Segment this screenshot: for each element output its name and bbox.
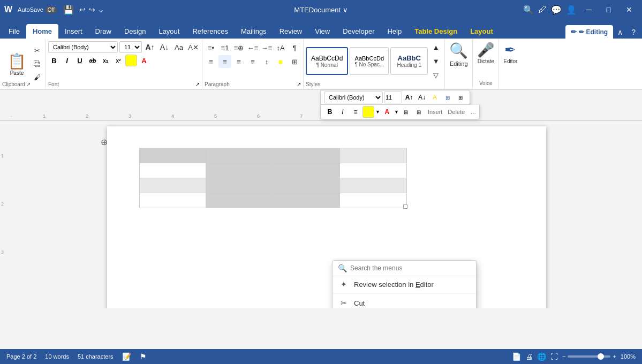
font-shrink-button[interactable]: A↓: [158, 41, 171, 54]
table-cell[interactable]: [273, 178, 340, 193]
mt-hl-dropdown[interactable]: ▼: [375, 109, 380, 115]
mt-table-grid-btn[interactable]: ⊞: [413, 106, 425, 118]
table-cell[interactable]: [273, 148, 340, 163]
zoom-track[interactable]: [568, 355, 610, 358]
font-size-dropdown[interactable]: 11: [119, 41, 142, 53]
mt-table-opts-btn[interactable]: ⊞: [455, 92, 466, 103]
autosave-state[interactable]: Off: [46, 6, 57, 13]
mt-more-options[interactable]: …: [470, 109, 476, 115]
comments-icon[interactable]: 💬: [551, 5, 562, 15]
font-grow-button[interactable]: A↑: [143, 41, 156, 54]
close-button[interactable]: ✕: [621, 3, 638, 16]
ctx-review-editor[interactable]: ✦ Review selection in Editor: [333, 276, 476, 292]
format-painter-button[interactable]: 🖌: [31, 71, 43, 84]
search-title-icon[interactable]: 🔍: [523, 5, 534, 15]
sort-button[interactable]: ↕A: [274, 41, 287, 54]
ctx-cut[interactable]: ✂ Cut: [333, 295, 476, 308]
table-cell[interactable]: [273, 163, 340, 178]
zoom-thumb[interactable]: [598, 353, 604, 360]
mt-indent-btn[interactable]: ⊞: [400, 106, 412, 118]
zoom-minus[interactable]: −: [562, 353, 565, 360]
table-cell[interactable]: [206, 148, 273, 163]
styles-more-button[interactable]: ▽: [429, 69, 442, 81]
table-cell[interactable]: [339, 178, 406, 193]
font-color-button[interactable]: A: [138, 55, 150, 66]
cut-button[interactable]: ✂: [31, 44, 43, 57]
mt-italic-btn[interactable]: I: [337, 106, 349, 118]
highlight-button[interactable]: A: [125, 55, 137, 66]
redo-icon[interactable]: ↪: [89, 5, 95, 14]
font-expand-icon[interactable]: ↗: [195, 81, 200, 87]
tab-table-design[interactable]: Table Design: [408, 24, 464, 39]
context-menu-search-input[interactable]: [350, 264, 471, 272]
mt-font-size[interactable]: [384, 92, 402, 103]
table-resize-handle[interactable]: [403, 204, 407, 209]
shading-button[interactable]: ■: [274, 55, 287, 68]
ribbon-display-icon[interactable]: 🖊: [538, 5, 547, 14]
mt-color2-btn[interactable]: A: [381, 106, 393, 118]
tab-references[interactable]: References: [186, 24, 234, 39]
align-center-button[interactable]: ≡: [218, 55, 231, 68]
tab-review[interactable]: Review: [273, 24, 309, 39]
customize-icon[interactable]: ⌵: [99, 5, 103, 14]
mt-font-family[interactable]: Calibri (Body): [324, 92, 383, 103]
copy-button[interactable]: ⿻: [31, 58, 43, 71]
show-marks-button[interactable]: ¶: [288, 41, 301, 54]
table-cell[interactable]: [206, 178, 273, 193]
mt-highlight-btn[interactable]: A: [429, 92, 441, 103]
tab-design[interactable]: Design: [118, 24, 152, 39]
table-cell[interactable]: [206, 163, 273, 178]
share-icon[interactable]: 👤: [566, 5, 577, 15]
table-cell[interactable]: [339, 163, 406, 178]
document-table[interactable]: [139, 148, 407, 208]
mt-insert-label[interactable]: Insert: [428, 109, 443, 115]
change-case-button[interactable]: Aa: [172, 41, 185, 54]
table-move-handle[interactable]: ⊕: [101, 137, 108, 147]
align-right-button[interactable]: ≡: [232, 55, 245, 68]
mt-color-dropdown[interactable]: ▼: [394, 109, 399, 115]
font-family-dropdown[interactable]: Calibri (Body): [48, 41, 118, 53]
increase-indent-button[interactable]: →≡: [260, 41, 273, 54]
minimize-button[interactable]: ─: [581, 3, 597, 16]
focus-icon[interactable]: ⛶: [550, 352, 558, 361]
italic-button[interactable]: I: [61, 55, 73, 66]
table-cell[interactable]: [339, 148, 406, 163]
tab-developer[interactable]: Developer: [336, 24, 381, 39]
zoom-percent[interactable]: 100%: [621, 353, 636, 360]
table-cell[interactable]: [139, 148, 206, 163]
styles-down-button[interactable]: ▼: [429, 55, 442, 67]
style-no-space[interactable]: AaBbCcDd ¶ No Spac...: [350, 47, 389, 75]
view-web-icon[interactable]: 🌐: [537, 352, 546, 361]
strikethrough-button[interactable]: ab: [87, 55, 99, 66]
underline-button[interactable]: U: [74, 55, 86, 66]
tab-help[interactable]: Help: [381, 24, 408, 39]
superscript-button[interactable]: x²: [112, 55, 124, 66]
table-cell[interactable]: [339, 193, 406, 208]
table-cell[interactable]: [139, 178, 206, 193]
justify-button[interactable]: ≡: [246, 55, 259, 68]
mt-shrink-btn[interactable]: A↓: [416, 92, 428, 103]
view-read-icon[interactable]: 📄: [512, 352, 521, 361]
editing-section[interactable]: 🔍 Editing: [445, 40, 473, 88]
mt-highlight2-btn[interactable]: A: [362, 106, 374, 118]
mt-color-btn[interactable]: ⊞: [442, 92, 454, 103]
tab-home[interactable]: Home: [26, 24, 58, 39]
line-spacing-button[interactable]: ↕: [260, 55, 273, 68]
ribbon-collapse-btn[interactable]: ∧: [613, 26, 627, 39]
zoom-plus[interactable]: +: [613, 353, 616, 360]
editing-badge[interactable]: ✏ ✏ Editing: [565, 25, 613, 39]
styles-up-button[interactable]: ▲: [429, 41, 442, 54]
numbering-button[interactable]: ≡1: [218, 41, 231, 54]
tab-draw[interactable]: Draw: [89, 24, 118, 39]
tab-view[interactable]: View: [308, 24, 336, 39]
proofing-icon[interactable]: 📝: [122, 352, 131, 361]
bold-button[interactable]: B: [48, 55, 60, 66]
mt-bold-btn[interactable]: B: [324, 106, 336, 118]
zoom-slider[interactable]: − +: [562, 353, 616, 360]
decrease-indent-button[interactable]: ←≡: [246, 41, 259, 54]
view-print-icon[interactable]: 🖨: [525, 352, 533, 361]
editor-icon[interactable]: ✒: [504, 42, 516, 58]
save-icon[interactable]: 💾: [63, 5, 74, 15]
bullets-button[interactable]: ≡•: [205, 41, 217, 54]
clear-formatting-button[interactable]: A✕: [187, 41, 200, 54]
